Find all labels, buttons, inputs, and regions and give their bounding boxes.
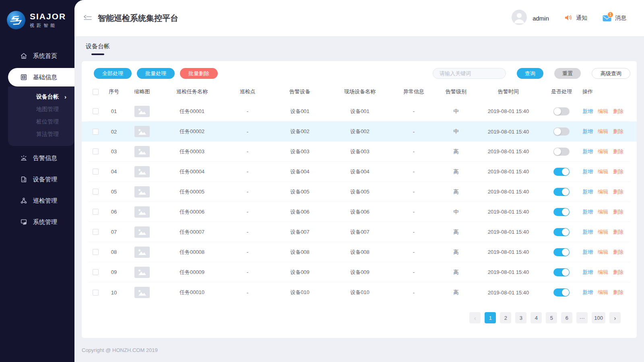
delete-link[interactable]: 删除 bbox=[613, 228, 623, 236]
edit-link[interactable]: 编辑 bbox=[598, 168, 608, 175]
search-input[interactable] bbox=[433, 68, 506, 79]
add-link[interactable]: 新增 bbox=[582, 228, 593, 236]
image-placeholder-icon[interactable] bbox=[134, 287, 150, 298]
row-number: 03 bbox=[104, 148, 124, 154]
add-link[interactable]: 新增 bbox=[582, 148, 593, 155]
add-link[interactable]: 新增 bbox=[582, 168, 593, 175]
notifications-button[interactable]: 通知 bbox=[564, 14, 587, 23]
delete-link[interactable]: 删除 bbox=[613, 188, 623, 195]
tab-device-ledger[interactable]: 设备台帐 bbox=[86, 43, 110, 55]
processed-toggle[interactable] bbox=[553, 208, 570, 216]
batch-process-button[interactable]: 批量处理 bbox=[137, 68, 175, 79]
delete-link[interactable]: 删除 bbox=[613, 289, 623, 296]
thumbnail-cell bbox=[124, 287, 161, 298]
delete-link[interactable]: 删除 bbox=[613, 269, 623, 276]
add-link[interactable]: 新增 bbox=[582, 188, 593, 195]
edit-link[interactable]: 编辑 bbox=[598, 188, 608, 195]
delete-link[interactable]: 删除 bbox=[613, 128, 623, 135]
edit-link[interactable]: 编辑 bbox=[598, 208, 608, 216]
prev-page-button[interactable]: ‹ bbox=[469, 312, 481, 323]
inspection-point: - bbox=[223, 269, 272, 275]
delete-link[interactable]: 删除 bbox=[613, 249, 623, 256]
submenu-item-算法管理[interactable]: 算法管理 bbox=[8, 128, 74, 140]
row-checkbox[interactable] bbox=[93, 169, 99, 175]
page-button-6[interactable]: 6 bbox=[561, 312, 572, 323]
processed-toggle[interactable] bbox=[553, 288, 570, 296]
delete-link[interactable]: 删除 bbox=[613, 148, 623, 155]
image-placeholder-icon[interactable] bbox=[134, 126, 150, 137]
page-button-3[interactable]: 3 bbox=[515, 312, 526, 323]
select-all-checkbox[interactable] bbox=[93, 89, 99, 95]
add-link[interactable]: 新增 bbox=[582, 269, 593, 276]
image-placeholder-icon[interactable] bbox=[134, 186, 150, 197]
user-menu[interactable]: admin bbox=[512, 10, 549, 27]
processed-toggle[interactable] bbox=[553, 228, 570, 236]
sidebar-item-系统管理[interactable]: 系统管理 bbox=[0, 213, 74, 231]
delete-link[interactable]: 删除 bbox=[613, 208, 623, 216]
image-placeholder-icon[interactable] bbox=[134, 267, 150, 278]
image-placeholder-icon[interactable] bbox=[134, 166, 150, 177]
submenu-item-桩位管理[interactable]: 桩位管理 bbox=[8, 115, 74, 128]
image-placeholder-icon[interactable] bbox=[134, 146, 150, 157]
processed-toggle[interactable] bbox=[553, 107, 570, 115]
page-button-100[interactable]: 100 bbox=[592, 312, 605, 323]
row-checkbox[interactable] bbox=[93, 148, 99, 154]
image-placeholder-icon[interactable] bbox=[134, 247, 150, 258]
alarm-device: 设备006 bbox=[272, 208, 328, 216]
delete-link[interactable]: 删除 bbox=[613, 108, 623, 115]
sidebar-item-系统首页[interactable]: 系统首页 bbox=[0, 47, 74, 65]
image-placeholder-icon[interactable] bbox=[134, 226, 150, 238]
page-ellipsis[interactable]: ··· bbox=[576, 312, 588, 323]
processed-toggle[interactable] bbox=[553, 248, 570, 256]
sidebar-collapse-icon[interactable] bbox=[83, 14, 92, 22]
add-link[interactable]: 新增 bbox=[582, 208, 593, 216]
image-placeholder-icon[interactable] bbox=[134, 206, 150, 218]
row-checkbox[interactable] bbox=[93, 108, 99, 114]
processed-toggle[interactable] bbox=[553, 268, 570, 276]
site-device-name: 设备007 bbox=[328, 228, 392, 236]
site-device-name: 设备002 bbox=[328, 128, 392, 135]
batch-delete-button[interactable]: 批量删除 bbox=[180, 68, 218, 79]
edit-link[interactable]: 编辑 bbox=[598, 249, 608, 256]
processed-toggle[interactable] bbox=[553, 188, 570, 196]
edit-link[interactable]: 编辑 bbox=[598, 148, 608, 155]
sidebar-item-设备管理[interactable]: 设备管理 bbox=[0, 170, 74, 189]
advanced-search-button[interactable]: 高级查询 bbox=[592, 68, 630, 79]
row-checkbox[interactable] bbox=[93, 290, 99, 296]
add-link[interactable]: 新增 bbox=[582, 128, 593, 135]
edit-link[interactable]: 编辑 bbox=[598, 108, 608, 115]
row-checkbox[interactable] bbox=[93, 189, 99, 195]
processed-toggle[interactable] bbox=[553, 128, 570, 136]
row-checkbox[interactable] bbox=[93, 129, 99, 135]
sidebar-item-基础信息[interactable]: 基础信息 bbox=[8, 68, 74, 86]
add-link[interactable]: 新增 bbox=[582, 108, 593, 115]
processed-toggle[interactable] bbox=[553, 168, 570, 176]
row-checkbox[interactable] bbox=[93, 229, 99, 235]
sidebar-item-巡检管理[interactable]: 巡检管理 bbox=[0, 191, 74, 210]
edit-link[interactable]: 编辑 bbox=[598, 128, 608, 135]
reset-button[interactable]: 重置 bbox=[554, 68, 581, 79]
row-checkbox[interactable] bbox=[93, 249, 99, 255]
edit-link[interactable]: 编辑 bbox=[598, 228, 608, 236]
edit-link[interactable]: 编辑 bbox=[598, 289, 608, 296]
page-button-2[interactable]: 2 bbox=[500, 312, 511, 323]
image-placeholder-icon[interactable] bbox=[134, 106, 150, 117]
page-button-5[interactable]: 5 bbox=[546, 312, 557, 323]
search-button[interactable]: 查询 bbox=[517, 68, 543, 79]
messages-button[interactable]: 1 消息 bbox=[603, 14, 626, 22]
row-checkbox[interactable] bbox=[93, 269, 99, 275]
add-link[interactable]: 新增 bbox=[582, 289, 593, 296]
submenu-item-设备台帐[interactable]: 设备台帐› bbox=[8, 90, 74, 103]
add-link[interactable]: 新增 bbox=[582, 249, 593, 256]
row-checkbox[interactable] bbox=[93, 209, 99, 215]
page-button-1[interactable]: 1 bbox=[485, 312, 496, 323]
process-all-button[interactable]: 全部处理 bbox=[94, 68, 132, 79]
delete-link[interactable]: 删除 bbox=[613, 168, 623, 175]
header-cell-告警设备: 告警设备 bbox=[272, 88, 328, 95]
edit-link[interactable]: 编辑 bbox=[598, 269, 608, 276]
sidebar-item-告警信息[interactable]: 告警信息 bbox=[0, 149, 74, 167]
page-button-4[interactable]: 4 bbox=[530, 312, 542, 323]
next-page-button[interactable]: › bbox=[609, 312, 621, 323]
submenu-item-地图管理[interactable]: 地图管理 bbox=[8, 103, 74, 115]
processed-toggle[interactable] bbox=[553, 148, 570, 156]
